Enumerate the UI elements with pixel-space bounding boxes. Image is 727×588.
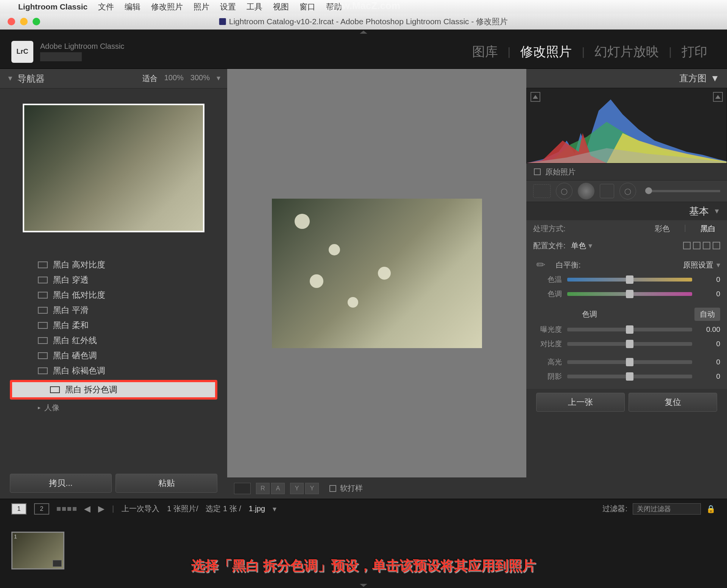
module-print[interactable]: 打印 — [673, 43, 716, 61]
filter-dropdown[interactable]: 关闭过滤器 — [633, 503, 701, 515]
photo-preview[interactable] — [272, 199, 482, 348]
brush-size-slider[interactable] — [645, 190, 720, 192]
module-library[interactable]: 图库 — [464, 43, 506, 61]
module-sep: | — [506, 45, 512, 58]
module-develop[interactable]: 修改照片 — [512, 43, 580, 61]
histogram-header[interactable]: 直方图 ▼ — [526, 69, 727, 88]
shadows-value: 0 — [697, 372, 720, 381]
preset-label: 黑白 平滑 — [53, 305, 89, 316]
profile-value[interactable]: 单色 — [571, 241, 586, 251]
graduated-filter-icon[interactable] — [600, 184, 614, 198]
preset-item[interactable]: 黑白 红外线 — [0, 333, 227, 348]
menu-view[interactable]: 视图 — [273, 2, 289, 12]
canvas-inner[interactable] — [227, 69, 526, 478]
tb-r[interactable]: R — [256, 483, 270, 494]
treatment-bw[interactable]: 黑白 — [696, 224, 720, 234]
disclosure-icon[interactable]: ▼ — [713, 207, 720, 215]
zoom-fit[interactable]: 适合 — [142, 73, 158, 84]
module-slideshow[interactable]: 幻灯片放映 — [586, 43, 667, 61]
menu-tools[interactable]: 工具 — [246, 2, 262, 12]
nav-forward-icon[interactable]: ▶ — [98, 504, 105, 514]
menu-develop[interactable]: 修改照片 — [151, 2, 183, 12]
contrast-slider[interactable]: 对比度 0 — [533, 337, 720, 351]
tint-slider[interactable]: 色调 0 — [533, 287, 720, 301]
checkbox-icon[interactable] — [329, 485, 336, 492]
soft-proof-toggle[interactable]: 软打样 — [329, 483, 363, 493]
grid-view-icon[interactable] — [57, 507, 76, 511]
menu-app-name[interactable]: Lightroom Classic — [18, 2, 87, 11]
nav-back-icon[interactable]: ◀ — [84, 504, 90, 514]
wb-value[interactable]: 原照设置 — [683, 260, 713, 270]
maximize-icon[interactable] — [33, 18, 40, 25]
filmstrip-thumb[interactable]: 1 — [11, 532, 64, 569]
panel-collapse-bottom[interactable] — [0, 583, 727, 588]
temp-slider[interactable]: 色温 0 — [533, 272, 720, 287]
auto-button[interactable]: 自动 — [694, 308, 720, 321]
treatment-color[interactable]: 彩色 — [650, 224, 674, 234]
menu-edit[interactable]: 编辑 — [125, 2, 140, 12]
paste-button[interactable]: 粘贴 — [115, 474, 217, 493]
menu-file[interactable]: 文件 — [98, 2, 114, 12]
preset-item[interactable]: 黑白 平滑 — [0, 303, 227, 318]
tb-y2[interactable]: Y — [305, 483, 319, 494]
basic-panel-header[interactable]: 基本 ▼ — [526, 202, 727, 220]
chevron-down-icon[interactable]: ▾ — [588, 241, 592, 250]
wb-row: ✎ 白平衡: 原照设置 ▾ — [533, 257, 720, 272]
menu-help[interactable]: 帮助 — [326, 2, 342, 12]
tb-a[interactable]: A — [271, 483, 285, 494]
thumb-index: 1 — [14, 534, 17, 540]
highlights-slider[interactable]: 高光 0 — [533, 355, 720, 369]
crop-tool-icon[interactable] — [533, 184, 551, 198]
exposure-slider[interactable]: 曝光度 0.00 — [533, 322, 720, 337]
view-mode-1[interactable]: 1 — [11, 503, 27, 515]
histogram[interactable] — [526, 88, 727, 163]
preset-item-selected[interactable]: 黑白 拆分色调 — [12, 382, 215, 397]
spot-removal-icon[interactable]: ◯ — [556, 183, 573, 199]
tool-strip: ◯ ◯ — [526, 180, 727, 202]
previous-button[interactable]: 上一张 — [536, 393, 625, 412]
panel-collapse-top[interactable] — [0, 30, 727, 35]
preset-label: 黑白 棕褐色调 — [53, 365, 105, 376]
preset-item[interactable]: 黑白 棕褐色调 — [0, 363, 227, 378]
preset-group-label: 人像 — [44, 403, 59, 413]
disclosure-icon[interactable]: ▼ — [7, 75, 14, 82]
minimize-icon[interactable] — [20, 18, 28, 25]
reset-button[interactable]: 复位 — [629, 393, 717, 412]
tb-y1[interactable]: Y — [290, 483, 304, 494]
copy-button[interactable]: 拷贝... — [10, 474, 112, 493]
preset-icon — [38, 307, 48, 314]
preset-item[interactable]: 黑白 低对比度 — [0, 288, 227, 303]
photo-count: 1 张照片/ — [167, 504, 198, 514]
profile-browser-icon[interactable] — [683, 242, 720, 249]
loupe-view-icon[interactable] — [234, 483, 251, 494]
preset-group[interactable]: ▸人像 — [0, 401, 227, 414]
redeye-tool-icon[interactable] — [578, 183, 594, 199]
close-icon[interactable] — [8, 18, 15, 25]
preset-item[interactable]: 黑白 柔和 — [0, 318, 227, 333]
navigator-header[interactable]: ▼ 导航器 适合 100% 300% ▾ — [0, 69, 227, 89]
chevron-down-icon[interactable]: ▾ — [716, 260, 720, 269]
menu-photo[interactable]: 照片 — [193, 2, 209, 12]
highlight-clip-icon[interactable] — [713, 92, 723, 102]
original-photo-toggle[interactable]: 原始照片 — [526, 163, 727, 180]
checkbox-icon[interactable] — [534, 168, 541, 175]
view-mode-2[interactable]: 2 — [34, 503, 49, 515]
zoom-300[interactable]: 300% — [190, 73, 210, 84]
chevron-down-icon[interactable]: ▾ — [273, 504, 276, 513]
preset-item[interactable]: 黑白 高对比度 — [0, 257, 227, 272]
shadows-slider[interactable]: 阴影 0 — [533, 369, 720, 384]
preset-item[interactable]: 黑白 穿透 — [0, 272, 227, 288]
breadcrumb[interactable]: 上一次导入 — [122, 504, 159, 514]
preset-item[interactable]: 黑白 硒色调 — [0, 348, 227, 363]
zoom-chevron-icon[interactable]: ▾ — [217, 73, 220, 84]
zoom-100[interactable]: 100% — [164, 73, 184, 84]
shadow-clip-icon[interactable] — [530, 92, 540, 102]
menu-settings[interactable]: 设置 — [220, 2, 236, 12]
right-panel: 直方图 ▼ 原始照片 ◯ — [526, 69, 727, 499]
disclosure-icon[interactable]: ▼ — [710, 73, 719, 84]
navigator-thumbnail[interactable] — [23, 104, 204, 232]
lock-icon[interactable]: 🔒 — [706, 504, 716, 513]
radial-filter-icon[interactable]: ◯ — [619, 183, 636, 199]
identity-plate[interactable] — [40, 52, 82, 61]
menu-window[interactable]: 窗口 — [300, 2, 315, 12]
